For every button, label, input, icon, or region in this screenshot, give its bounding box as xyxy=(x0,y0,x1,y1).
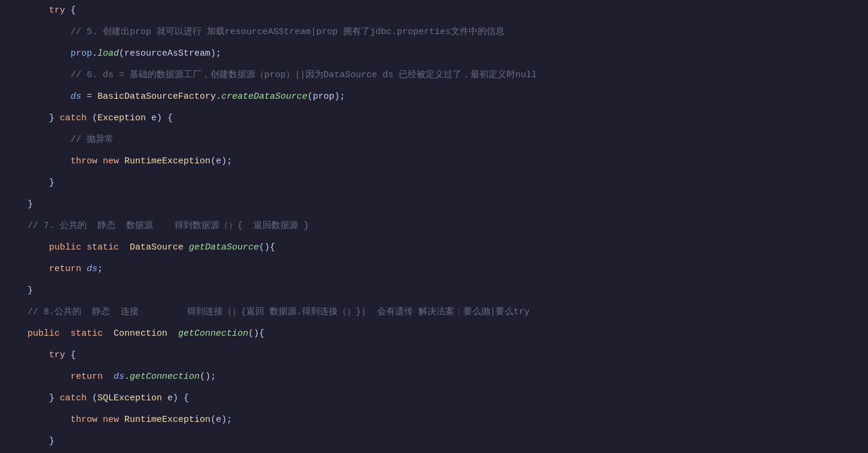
token-kw-white xyxy=(119,156,124,166)
token-kw-white: . xyxy=(216,92,221,102)
token-kw-white: (){ xyxy=(248,329,264,339)
token-kw-white xyxy=(103,329,114,339)
code-content: throw new RuntimeException(e); xyxy=(0,151,868,172)
token-kw-orange: throw xyxy=(71,156,97,166)
code-content: // 8.公共的 静态 连接 得到连接（）{返回 数据源.得到连接（）}| 会有… xyxy=(0,302,868,323)
token-kw-orange: new xyxy=(103,415,119,425)
token-kw-white xyxy=(119,415,124,425)
code-line: return ds; xyxy=(0,259,868,280)
token-kw-white: (e); xyxy=(210,415,232,425)
token-kw-white: { xyxy=(65,5,76,16)
code-line: // 6. ds = 基础的数据源工厂，创建数据源（prop）||因为DataS… xyxy=(0,65,868,86)
token-kw-white: } xyxy=(27,199,33,209)
token-kw-white: ( xyxy=(87,113,97,123)
code-content: // 7. 公共的 静态 数据源 得到数据源（）{ 返回数据源 } xyxy=(0,215,868,237)
token-kw-white xyxy=(167,329,178,339)
code-content: } xyxy=(0,172,868,194)
code-line: } xyxy=(0,194,868,215)
token-kw-white xyxy=(60,329,71,339)
code-line: } xyxy=(0,431,868,452)
code-line: try { xyxy=(0,0,868,22)
token-kw-orange: public xyxy=(49,242,81,253)
token-kw-yellow: Connection xyxy=(114,329,167,339)
token-kw-yellow: DataSource xyxy=(130,242,184,253)
code-content: try { xyxy=(0,0,868,22)
token-kw-blue: ds xyxy=(87,264,97,274)
token-kw-blue: ds xyxy=(71,92,81,102)
token-kw-yellow: RuntimeException xyxy=(124,156,210,166)
code-line: prop.load(resourceAsStream); xyxy=(0,43,868,65)
token-kw-white: } xyxy=(49,178,54,188)
token-kw-orange: return xyxy=(71,372,103,382)
token-kw-comment: // 5. 创建出prop 就可以进行 加载resourceASStream|p… xyxy=(71,27,505,37)
token-kw-white: ; xyxy=(97,264,103,274)
token-kw-orange: try xyxy=(49,350,65,360)
token-kw-comment: // 抛异常 xyxy=(71,135,114,145)
code-line: // 5. 创建出prop 就可以进行 加载resourceASStream|p… xyxy=(0,22,868,43)
token-kw-white: (){ xyxy=(259,242,275,253)
token-kw-orange: new xyxy=(103,156,119,166)
token-kw-white xyxy=(81,264,87,274)
token-kw-yellow: BasicDataSourceFactory xyxy=(97,92,216,102)
token-kw-white: (e); xyxy=(210,156,232,166)
token-kw-green: getConnection xyxy=(178,329,248,339)
token-kw-orange: catch xyxy=(60,113,87,123)
token-kw-orange: return xyxy=(49,264,81,274)
code-content: public static DataSource getDataSource()… xyxy=(0,237,868,259)
code-line: } catch (Exception e) { xyxy=(0,108,868,129)
token-kw-white: { xyxy=(65,350,76,360)
token-kw-white: . xyxy=(124,372,130,382)
code-line: // 抛异常 xyxy=(0,129,868,151)
code-content: } xyxy=(0,280,868,302)
token-kw-orange: static xyxy=(71,329,103,339)
code-editor: try { // 5. 创建出prop 就可以进行 加载resourceASSt… xyxy=(0,0,868,453)
code-line: // 7. 公共的 静态 数据源 得到数据源（）{ 返回数据源 } xyxy=(0,215,868,237)
token-kw-blue: ds xyxy=(114,372,124,382)
token-kw-orange: static xyxy=(87,242,119,253)
code-line: throw new RuntimeException(e); xyxy=(0,151,868,172)
code-line: } xyxy=(0,172,868,194)
code-line: throw new RuntimeException(e); xyxy=(0,409,868,431)
token-kw-white: = xyxy=(81,92,97,102)
code-content: } xyxy=(0,431,868,452)
code-content: public static Connection getConnection()… xyxy=(0,323,868,345)
token-kw-white xyxy=(97,156,103,166)
token-kw-orange: public xyxy=(27,329,60,339)
code-line: // 8.公共的 静态 连接 得到连接（）{返回 数据源.得到连接（）}| 会有… xyxy=(0,302,868,323)
code-content: return ds; xyxy=(0,259,868,280)
token-kw-yellow: Exception xyxy=(97,113,146,123)
token-kw-orange: throw xyxy=(71,415,97,425)
token-kw-green: createDataSource xyxy=(221,92,307,102)
token-kw-white: ( xyxy=(87,393,97,403)
code-content: ds = BasicDataSourceFactory.createDataSo… xyxy=(0,86,868,108)
code-line: } xyxy=(0,280,868,302)
token-kw-white: e) { xyxy=(146,113,173,123)
code-content: // 6. ds = 基础的数据源工厂，创建数据源（prop）||因为DataS… xyxy=(0,65,868,86)
token-kw-orange: catch xyxy=(60,393,87,403)
token-kw-white xyxy=(119,242,130,253)
token-kw-green: getConnection xyxy=(130,372,200,382)
token-kw-comment: // 7. 公共的 静态 数据源 得到数据源（）{ 返回数据源 } xyxy=(27,221,309,231)
token-kw-white: } xyxy=(27,285,33,296)
token-kw-white: (prop); xyxy=(307,92,345,102)
token-kw-white: } xyxy=(49,113,60,123)
token-kw-white xyxy=(97,415,103,425)
code-content: } catch (Exception e) { xyxy=(0,108,868,129)
code-content: // 5. 创建出prop 就可以进行 加载resourceASStream|p… xyxy=(0,22,868,43)
token-kw-white: } xyxy=(49,393,60,403)
token-kw-white: } xyxy=(49,436,54,446)
code-content: return ds.getConnection(); xyxy=(0,366,868,388)
code-content: // 抛异常 xyxy=(0,129,868,151)
token-kw-white xyxy=(184,242,189,253)
token-kw-orange: try xyxy=(49,5,65,16)
token-kw-white xyxy=(103,372,114,382)
code-line: public static DataSource getDataSource()… xyxy=(0,237,868,259)
code-content: } catch (SQLException e) { xyxy=(0,388,868,409)
token-kw-blue: prop xyxy=(71,48,92,59)
code-content: } xyxy=(0,194,868,215)
token-kw-green: load xyxy=(97,48,119,59)
code-line: try { xyxy=(0,345,868,366)
code-content: throw new RuntimeException(e); xyxy=(0,409,868,431)
token-kw-yellow: RuntimeException xyxy=(124,415,210,425)
code-line: ds = BasicDataSourceFactory.createDataSo… xyxy=(0,86,868,108)
